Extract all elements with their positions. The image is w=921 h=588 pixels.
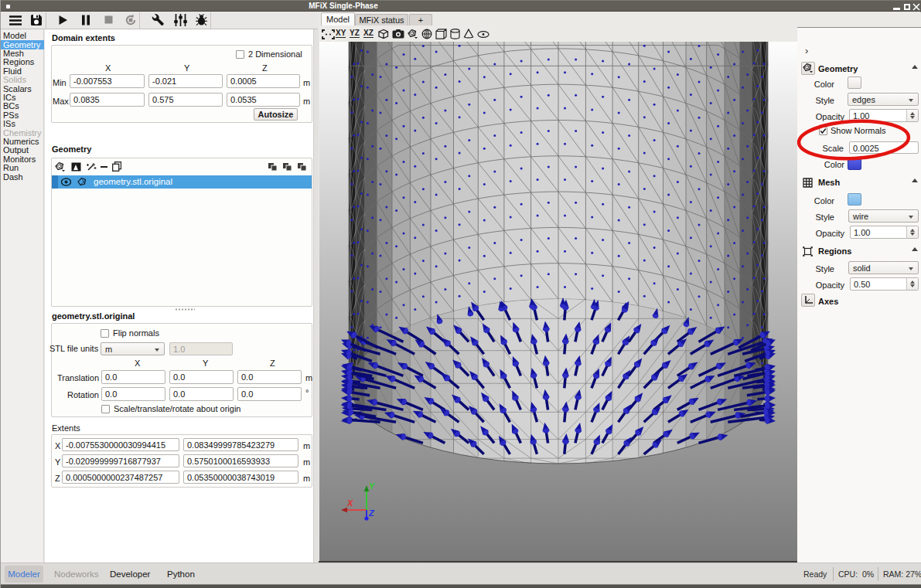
svg-text:X: X <box>346 498 353 508</box>
svg-text:Z: Z <box>368 508 375 518</box>
